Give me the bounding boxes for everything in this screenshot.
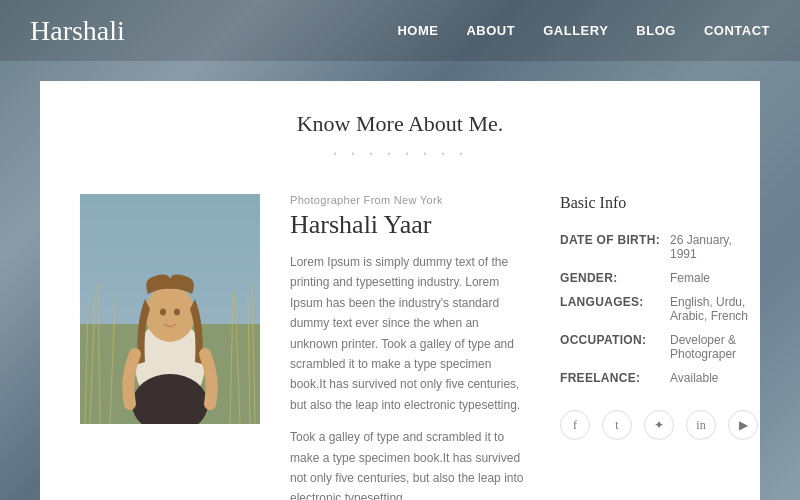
basic-info-title: Basic Info: [560, 194, 758, 212]
site-logo[interactable]: Harshali: [30, 15, 125, 47]
info-label: DATE OF BIRTH:: [560, 228, 670, 266]
person-name: Harshali Yaar: [290, 210, 530, 240]
nav-link-gallery[interactable]: GALLERY: [543, 23, 608, 38]
bio-para-1: Lorem Ipsum is simply dummy text of the …: [290, 252, 530, 415]
info-label: LANGUAGES:: [560, 290, 670, 328]
info-column: Basic Info DATE OF BIRTH: 26 January, 19…: [560, 194, 758, 500]
site-header: Harshali HOMEABOUTGALLERYBLOGCONTACT: [0, 0, 800, 61]
photographer-label: Photographer From New York: [290, 194, 530, 206]
info-value: Available: [670, 366, 758, 390]
info-row: LANGUAGES: English, Urdu, Arabic, French: [560, 290, 758, 328]
social-icons: ft✦in▶: [560, 410, 758, 440]
content-area: Photographer From New York Harshali Yaar…: [80, 194, 720, 500]
about-card: Know More About Me. · · · · · · · ·: [40, 81, 760, 500]
bio-para-2: Took a galley of type and scrambled it t…: [290, 427, 530, 500]
info-value: 26 January, 1991: [670, 228, 758, 266]
info-label: FREELANCE:: [560, 366, 670, 390]
youtube-icon[interactable]: ▶: [728, 410, 758, 440]
info-row: GENDER: Female: [560, 266, 758, 290]
info-value: Female: [670, 266, 758, 290]
svg-point-13: [160, 309, 166, 316]
svg-point-12: [145, 286, 195, 342]
info-row: DATE OF BIRTH: 26 January, 1991: [560, 228, 758, 266]
nav-link-blog[interactable]: BLOG: [636, 23, 676, 38]
info-value: English, Urdu, Arabic, French: [670, 290, 758, 328]
info-table: DATE OF BIRTH: 26 January, 1991 GENDER: …: [560, 228, 758, 390]
info-label: OCCUPATION:: [560, 328, 670, 366]
section-title: Know More About Me.: [80, 111, 720, 137]
profile-photo: [80, 194, 260, 424]
section-divider: · · · · · · · ·: [80, 143, 720, 166]
nav-link-about[interactable]: ABOUT: [466, 23, 515, 38]
linkedin-icon[interactable]: in: [686, 410, 716, 440]
info-value: Developer & Photograper: [670, 328, 758, 366]
bio-column: Photographer From New York Harshali Yaar…: [290, 194, 530, 500]
twitter-icon[interactable]: t: [602, 410, 632, 440]
main-nav: HOMEABOUTGALLERYBLOGCONTACT: [397, 23, 770, 38]
info-row: FREELANCE: Available: [560, 366, 758, 390]
photo-column: [80, 194, 260, 500]
svg-point-14: [174, 309, 180, 316]
info-label: GENDER:: [560, 266, 670, 290]
nav-link-home[interactable]: HOME: [397, 23, 438, 38]
instagram-icon[interactable]: ✦: [644, 410, 674, 440]
facebook-icon[interactable]: f: [560, 410, 590, 440]
nav-link-contact[interactable]: CONTACT: [704, 23, 770, 38]
info-row: OCCUPATION: Developer & Photograper: [560, 328, 758, 366]
